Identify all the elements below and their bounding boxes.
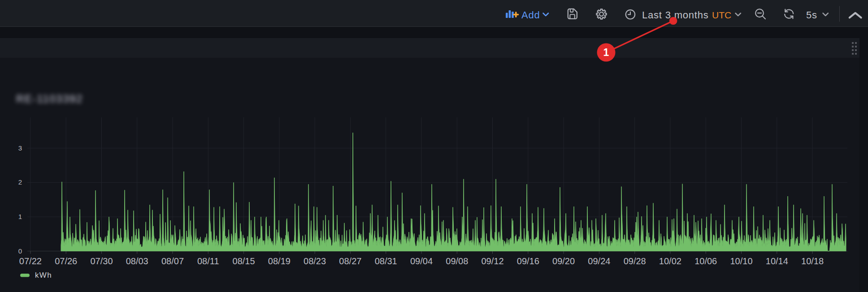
svg-text:1: 1 (603, 47, 609, 58)
